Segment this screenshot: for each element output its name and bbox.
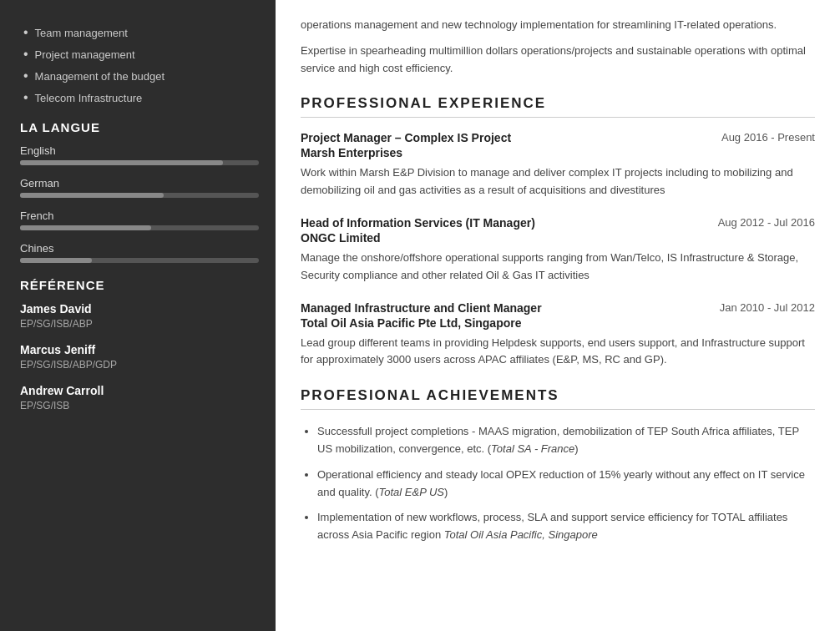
reference-detail: EP/SG/ISB bbox=[20, 400, 259, 411]
language-label: English bbox=[20, 144, 259, 157]
intro-container: operations management and new technology… bbox=[301, 17, 815, 77]
language-bar-fill bbox=[20, 160, 223, 165]
reference-detail: EP/SG/ISB/ABP bbox=[20, 318, 259, 330]
job-title: Managed Infrastructure and Client Manage… bbox=[301, 301, 542, 315]
reference-item: Marcus JeniffEP/SG/ISB/ABP/GDP bbox=[20, 343, 259, 371]
job-entry: Head of Information Services (IT Manager… bbox=[301, 216, 815, 285]
job-entry: Managed Infrastructure and Client Manage… bbox=[301, 301, 815, 370]
achievement-item: Operational efficiency and steady local … bbox=[317, 467, 815, 502]
job-title: Head of Information Services (IT Manager… bbox=[301, 216, 535, 230]
professional-experience-heading: PROFESSIONAL EXPERIENCE bbox=[301, 95, 815, 118]
achievement-item: Implementation of new workflows, process… bbox=[317, 509, 815, 544]
language-item: German bbox=[20, 177, 259, 198]
job-description: Work within Marsh E&P Division to manage… bbox=[301, 164, 815, 199]
intro-paragraph: operations management and new technology… bbox=[301, 17, 815, 34]
skills-section: Team managementProject managementManagem… bbox=[20, 25, 259, 105]
reference-section: RÉFÉRENCE James DavidEP/SG/ISB/ABPMarcus… bbox=[20, 278, 259, 411]
reference-item: Andrew CarrollEP/SG/ISB bbox=[20, 384, 259, 411]
language-bar-fill bbox=[20, 225, 151, 230]
sidebar: Team managementProject managementManagem… bbox=[0, 0, 276, 631]
achievements-heading: PROFESIONAL ACHIEVEMENTS bbox=[301, 387, 815, 410]
reference-name: Andrew Carroll bbox=[20, 384, 259, 397]
skill-item: Project management bbox=[23, 47, 259, 62]
language-bar-background bbox=[20, 193, 259, 198]
job-description: Lead group different teams in providing … bbox=[301, 335, 815, 370]
reference-detail: EP/SG/ISB/ABP/GDP bbox=[20, 359, 259, 371]
achievement-item: Successfull project completions - MAAS m… bbox=[317, 423, 815, 458]
language-label: Chines bbox=[20, 242, 259, 255]
job-date: Aug 2012 - Jul 2016 bbox=[718, 216, 815, 229]
reference-items: James DavidEP/SG/ISB/ABPMarcus JeniffEP/… bbox=[20, 302, 259, 411]
job-entry: Project Manager – Complex IS ProjectAug … bbox=[301, 131, 815, 199]
job-header: Head of Information Services (IT Manager… bbox=[301, 216, 815, 230]
language-section-title: LA LANGUE bbox=[20, 120, 259, 134]
job-company: Total Oil Asia Pacific Pte Ltd, Singapor… bbox=[301, 316, 815, 330]
language-bar-background bbox=[20, 225, 259, 230]
skills-list: Team managementProject managementManagem… bbox=[20, 25, 259, 105]
job-company: ONGC Limited bbox=[301, 231, 815, 245]
language-section: LA LANGUE EnglishGermanFrenchChines bbox=[20, 120, 259, 263]
job-date: Aug 2016 - Present bbox=[721, 131, 815, 144]
job-header: Managed Infrastructure and Client Manage… bbox=[301, 301, 815, 315]
reference-name: James David bbox=[20, 302, 259, 316]
language-item: Chines bbox=[20, 242, 259, 263]
language-bar-fill bbox=[20, 258, 92, 263]
reference-section-title: RÉFÉRENCE bbox=[20, 278, 259, 292]
job-title: Project Manager – Complex IS Project bbox=[301, 131, 511, 144]
language-label: German bbox=[20, 177, 259, 189]
language-items: EnglishGermanFrenchChines bbox=[20, 144, 259, 263]
reference-item: James DavidEP/SG/ISB/ABP bbox=[20, 302, 259, 330]
job-header: Project Manager – Complex IS ProjectAug … bbox=[301, 131, 815, 144]
main-content: operations management and new technology… bbox=[276, 0, 840, 631]
language-bar-fill bbox=[20, 193, 164, 198]
job-company: Marsh Enterprises bbox=[301, 146, 815, 159]
job-description: Manage the onshore/offshore operational … bbox=[301, 250, 815, 285]
language-bar-background bbox=[20, 160, 259, 165]
job-date: Jan 2010 - Jul 2012 bbox=[720, 301, 815, 314]
achievement-company: Total E&P US bbox=[378, 486, 444, 498]
achievement-company: Total SA - France bbox=[491, 442, 574, 455]
reference-name: Marcus Jeniff bbox=[20, 343, 259, 356]
achievement-company: Total Oil Asia Pacific, Singapore bbox=[444, 528, 598, 541]
language-item: French bbox=[20, 209, 259, 230]
intro-paragraph: Expertise in spearheading multimillion d… bbox=[301, 43, 815, 78]
skill-item: Telecom Infrastructure bbox=[23, 90, 259, 105]
language-label: French bbox=[20, 209, 259, 222]
achievements-list: Successfull project completions - MAAS m… bbox=[301, 423, 815, 544]
language-item: English bbox=[20, 144, 259, 165]
skill-item: Management of the budget bbox=[23, 68, 259, 83]
skill-item: Team management bbox=[23, 25, 259, 40]
jobs-container: Project Manager – Complex IS ProjectAug … bbox=[301, 131, 815, 369]
language-bar-background bbox=[20, 258, 259, 263]
